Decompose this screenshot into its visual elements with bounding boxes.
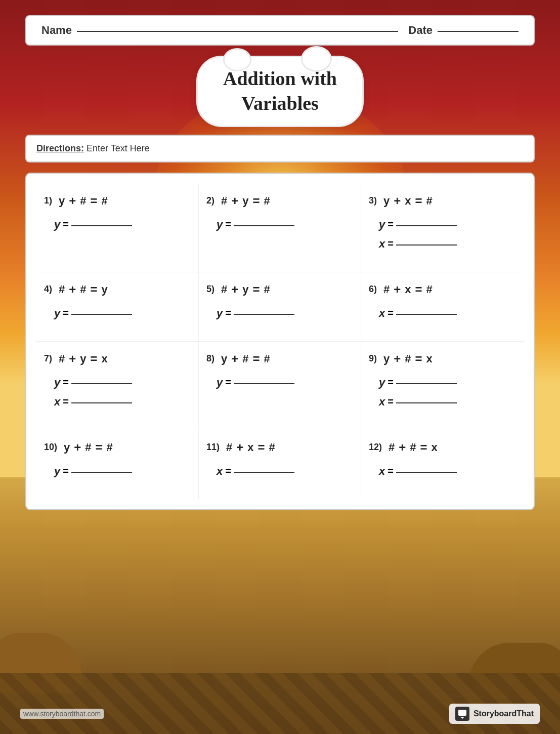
problem-cell-12: 12) # + # = x x =: [361, 430, 524, 499]
header-box: Name Date: [25, 15, 535, 46]
var-y-9: y: [383, 352, 390, 365]
svg-rect-0: [458, 710, 466, 716]
answer-5-y: y =: [217, 307, 353, 320]
title-container: Addition with Variables: [25, 56, 535, 127]
hash-6a: #: [383, 283, 390, 296]
var-x-6: x: [405, 283, 411, 296]
hash-1b: #: [102, 194, 108, 208]
answer-9-y: y =: [379, 376, 516, 389]
footer-logo: StoryboardThat: [449, 704, 540, 724]
title-line1: Addition with: [223, 68, 337, 89]
page-content: Name Date Addition with Variables Direct…: [0, 0, 560, 525]
problem-cell-7: 7) # + y = x y = x =: [36, 342, 199, 430]
hash-8b: #: [264, 352, 270, 365]
problem-cell-11: 11) # + x = # x =: [199, 430, 361, 499]
hash-11a: #: [226, 441, 232, 454]
title-cloud: Addition with Variables: [196, 56, 364, 127]
svg-marker-1: [460, 717, 464, 719]
prob-num-2: 2): [206, 195, 214, 206]
hash-6b: #: [426, 283, 433, 296]
title-line2: Variables: [241, 93, 319, 114]
hash-2b: #: [264, 194, 270, 208]
problem-cell-9: 9) y + # = x y = x =: [361, 342, 524, 430]
directions-content: Enter Text Here: [84, 143, 150, 153]
var-y-7: y: [80, 352, 86, 365]
hash-7a: #: [59, 352, 65, 365]
hash-10a: #: [85, 441, 91, 454]
var-x-9: x: [426, 352, 433, 365]
var-y-10: y: [64, 441, 70, 454]
prob-num-4: 4): [44, 284, 52, 295]
problem-equation-9: 9) y + # = x: [369, 352, 516, 366]
footer-url: www.storyboardthat.com: [20, 709, 104, 719]
prob-num-9: 9): [369, 353, 377, 364]
answer-4-y: y =: [54, 307, 191, 320]
answer-11-x: x =: [217, 465, 353, 478]
hash-8a: #: [242, 352, 248, 365]
problem-cell-1: 1) y + # = # y =: [36, 184, 199, 272]
var-x-3: x: [405, 194, 411, 208]
var-y-5: y: [242, 283, 248, 296]
problem-cell-5: 5) # + y = # y =: [199, 272, 361, 342]
var-x-7: x: [102, 352, 108, 365]
hash-9a: #: [405, 352, 411, 365]
problem-equation-6: 6) # + x = #: [369, 282, 516, 297]
answer-7-x: x =: [54, 395, 191, 409]
hash-5a: #: [221, 283, 227, 296]
hash-3: #: [426, 194, 433, 208]
prob-num-5: 5): [206, 284, 214, 295]
prob-num-10: 10): [44, 442, 57, 453]
hash-11b: #: [269, 441, 275, 454]
prob-num-11: 11): [206, 442, 220, 453]
answer-2-y: y =: [217, 218, 353, 231]
hash-12a: #: [389, 441, 395, 454]
storyboard-icon: [455, 707, 469, 721]
date-line: [438, 31, 519, 32]
date-section: Date: [408, 24, 519, 37]
problem-equation-10: 10) y + # = #: [44, 440, 191, 455]
problem-equation-7: 7) # + y = x: [44, 352, 191, 366]
problem-equation-12: 12) # + # = x: [369, 440, 516, 455]
prob-num-12: 12): [369, 442, 382, 453]
hash-1a: #: [80, 194, 86, 208]
answer-9-x: x =: [379, 395, 516, 409]
answer-3-x: x =: [379, 237, 516, 251]
footer: www.storyboardthat.com StoryboardThat: [0, 704, 560, 724]
answer-12-x: x =: [379, 465, 516, 478]
problem-equation-5: 5) # + y = #: [206, 282, 353, 297]
problem-equation-3: 3) y + x = #: [369, 194, 516, 208]
var-y-3: y: [383, 194, 390, 208]
prob-num-6: 6): [369, 284, 377, 295]
directions-text: Directions: Enter Text Here: [36, 143, 150, 153]
problem-equation-11: 11) # + x = #: [206, 440, 353, 455]
answer-1-y: y =: [54, 218, 191, 231]
problem-cell-10: 10) y + # = # y =: [36, 430, 199, 499]
answer-6-x: x =: [379, 307, 516, 320]
problem-cell-4: 4) # + # = y y =: [36, 272, 199, 342]
problem-equation-1: 1) y + # = #: [44, 194, 191, 208]
hash-5b: #: [264, 283, 270, 296]
footer-brand: StoryboardThat: [473, 709, 534, 718]
prob-num-7: 7): [44, 353, 52, 364]
prob-num-1: 1): [44, 195, 52, 206]
hash-4b: #: [80, 283, 86, 296]
problem-cell-3: 3) y + x = # y = x =: [361, 184, 524, 272]
problem-equation-4: 4) # + # = y: [44, 282, 191, 297]
problem-cell-2: 2) # + y = # y =: [199, 184, 361, 272]
var-x-12: x: [432, 441, 438, 454]
title-text: Addition with Variables: [223, 66, 337, 116]
name-section: Name: [41, 24, 398, 37]
directions-label: Directions:: [36, 143, 84, 153]
hash-4a: #: [59, 283, 65, 296]
prob-num-8: 8): [206, 353, 214, 364]
problem-equation-8: 8) y + # = #: [206, 352, 353, 366]
hash-2a: #: [221, 194, 227, 208]
date-label: Date: [408, 24, 433, 37]
problem-cell-8: 8) y + # = # y =: [199, 342, 361, 430]
prob-num-3: 3): [369, 195, 377, 206]
var-x-11: x: [247, 441, 253, 454]
answer-7-y: y =: [54, 376, 191, 389]
var-y-2: y: [242, 194, 248, 208]
worksheet-box: 1) y + # = # y = 2) # +: [25, 173, 535, 510]
name-line: [77, 31, 398, 32]
